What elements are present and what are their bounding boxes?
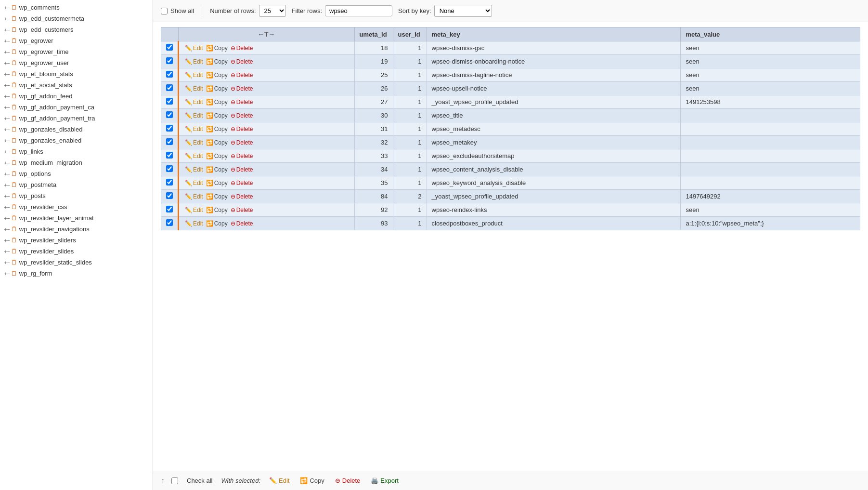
row-checkbox[interactable] — [166, 152, 173, 159]
action-cell: ✏️ Edit 🔁 Copy ⊖ Delete — [184, 193, 350, 200]
expand-icon: +− — [4, 226, 10, 232]
row-checkbox[interactable] — [166, 98, 173, 105]
sidebar-item[interactable]: +−🗒wp_et_bloom_stats — [0, 68, 153, 79]
row-actions-cell: ✏️ Edit 🔁 Copy ⊖ Delete — [179, 190, 355, 203]
delete-button[interactable]: ⊖ Delete — [230, 85, 254, 93]
edit-button[interactable]: ✏️ Edit — [184, 152, 204, 160]
sidebar-item[interactable]: +−🗒wp_links — [0, 146, 153, 157]
edit-button[interactable]: ✏️ Edit — [184, 125, 204, 133]
sidebar-item[interactable]: +−🗒wp_gf_addon_payment_ca — [0, 102, 153, 113]
scroll-up-icon[interactable]: ↑ — [161, 477, 165, 485]
row-checkbox[interactable] — [166, 192, 173, 199]
copy-button[interactable]: 🔁 Copy — [205, 166, 229, 173]
edit-button[interactable]: ✏️ Edit — [184, 85, 204, 93]
filter-rows-input[interactable] — [325, 5, 392, 16]
delete-button[interactable]: ⊖ Delete — [230, 112, 254, 119]
rows-select[interactable]: 25 50 100 250 500 — [259, 5, 286, 17]
sidebar-item[interactable]: +−🗒wp_revslider_navigations — [0, 224, 153, 235]
sidebar-item[interactable]: +−🗒wp_options — [0, 168, 153, 179]
edit-button[interactable]: ✏️ Edit — [184, 166, 204, 173]
show-all-checkbox[interactable] — [161, 8, 168, 14]
sidebar-item[interactable]: +−🗒wp_egrower_time — [0, 46, 153, 57]
sidebar-item[interactable]: +−🗒wp_comments — [0, 2, 153, 13]
copy-button[interactable]: 🔁 Copy — [205, 112, 229, 119]
sidebar-item[interactable]: +−🗒wp_egrower_user — [0, 57, 153, 68]
sidebar-item[interactable]: +−🗒wp_revslider_slides — [0, 246, 153, 257]
delete-button[interactable]: ⊖ Delete — [230, 98, 254, 106]
sidebar-item[interactable]: +−🗒wp_revslider_layer_animat — [0, 212, 153, 224]
edit-button[interactable]: ✏️ Edit — [184, 112, 204, 119]
sidebar-item[interactable]: +−🗒wp_rg_form — [0, 268, 153, 279]
row-checkbox[interactable] — [166, 165, 173, 172]
bulk-edit-button[interactable]: ✏️ Edit — [267, 476, 291, 485]
row-checkbox[interactable] — [166, 71, 173, 78]
sidebar-item[interactable]: +−🗒wp_gf_addon_payment_tra — [0, 113, 153, 124]
edit-button[interactable]: ✏️ Edit — [184, 71, 204, 79]
bulk-delete-button[interactable]: ⊖ Delete — [333, 476, 363, 485]
delete-button[interactable]: ⊖ Delete — [230, 206, 254, 214]
edit-button[interactable]: ✏️ Edit — [184, 98, 204, 106]
delete-button[interactable]: ⊖ Delete — [230, 193, 254, 200]
table-row: ✏️ Edit 🔁 Copy ⊖ Delete 32 1 wpseo_metak… — [161, 136, 860, 149]
sidebar-item[interactable]: +−🗒wp_postmeta — [0, 179, 153, 190]
edit-button[interactable]: ✏️ Edit — [184, 44, 204, 52]
delete-button[interactable]: ⊖ Delete — [230, 166, 254, 173]
sidebar-item[interactable]: +−🗒wp_gonzales_enabled — [0, 135, 153, 146]
bulk-copy-button[interactable]: 🔁 Copy — [298, 476, 326, 485]
delete-button[interactable]: ⊖ Delete — [230, 152, 254, 160]
edit-button[interactable]: ✏️ Edit — [184, 179, 204, 187]
bulk-export-button[interactable]: 🖨️ Export — [369, 476, 401, 485]
edit-button[interactable]: ✏️ Edit — [184, 206, 204, 214]
row-checkbox[interactable] — [166, 44, 173, 51]
table-icon: 🗒 — [11, 214, 17, 222]
sidebar-item[interactable]: +−🗒wp_edd_customermeta — [0, 13, 153, 24]
delete-button[interactable]: ⊖ Delete — [230, 179, 254, 187]
sidebar-item[interactable]: +−🗒wp_revslider_sliders — [0, 235, 153, 246]
delete-button[interactable]: ⊖ Delete — [230, 44, 254, 52]
copy-button[interactable]: 🔁 Copy — [205, 58, 229, 66]
row-checkbox[interactable] — [166, 111, 173, 118]
row-checkbox[interactable] — [166, 84, 173, 91]
sidebar-item[interactable]: +−🗒wp_gonzales_disabled — [0, 124, 153, 135]
copy-button[interactable]: 🔁 Copy — [205, 152, 229, 160]
delete-button[interactable]: ⊖ Delete — [230, 71, 254, 79]
sidebar-item[interactable]: +−🗒wp_egrower — [0, 35, 153, 46]
copy-button[interactable]: 🔁 Copy — [205, 85, 229, 93]
row-checkbox[interactable] — [166, 138, 173, 145]
sidebar-item[interactable]: +−🗒wp_medium_migration — [0, 157, 153, 168]
row-checkbox[interactable] — [166, 219, 173, 226]
copy-button[interactable]: 🔁 Copy — [205, 71, 229, 79]
row-checkbox[interactable] — [166, 57, 173, 64]
row-checkbox[interactable] — [166, 179, 173, 185]
sidebar-item[interactable]: +−🗒wp_et_social_stats — [0, 79, 153, 91]
delete-button[interactable]: ⊖ Delete — [230, 220, 254, 227]
umeta-id-cell: 26 — [354, 82, 393, 95]
sidebar-item[interactable]: +−🗒wp_posts — [0, 190, 153, 201]
copy-button[interactable]: 🔁 Copy — [205, 193, 229, 200]
copy-button[interactable]: 🔁 Copy — [205, 125, 229, 133]
copy-button[interactable]: 🔁 Copy — [205, 220, 229, 227]
sidebar-item-label: wp_egrower_user — [19, 59, 69, 66]
sidebar-item[interactable]: +−🗒wp_edd_customers — [0, 24, 153, 35]
row-checkbox[interactable] — [166, 206, 173, 212]
sidebar-item[interactable]: +−🗒wp_revslider_css — [0, 201, 153, 212]
edit-button[interactable]: ✏️ Edit — [184, 193, 204, 200]
copy-button[interactable]: 🔁 Copy — [205, 206, 229, 214]
sidebar-item[interactable]: +−🗒wp_gf_addon_feed — [0, 91, 153, 102]
edit-button[interactable]: ✏️ Edit — [184, 139, 204, 146]
copy-button[interactable]: 🔁 Copy — [205, 98, 229, 106]
check-all-checkbox[interactable] — [171, 477, 178, 484]
sidebar-item[interactable]: +−🗒wp_revslider_static_slides — [0, 257, 153, 268]
delete-button[interactable]: ⊖ Delete — [230, 58, 254, 66]
delete-button[interactable]: ⊖ Delete — [230, 139, 254, 146]
edit-button[interactable]: ✏️ Edit — [184, 58, 204, 66]
row-checkbox[interactable] — [166, 125, 173, 132]
copy-button[interactable]: 🔁 Copy — [205, 139, 229, 146]
copy-button[interactable]: 🔁 Copy — [205, 44, 229, 52]
delete-button[interactable]: ⊖ Delete — [230, 125, 254, 133]
check-all-button[interactable]: Check all — [185, 476, 214, 485]
sort-select[interactable]: None ASC DESC — [434, 5, 492, 17]
edit-button[interactable]: ✏️ Edit — [184, 220, 204, 227]
copy-button[interactable]: 🔁 Copy — [205, 179, 229, 187]
table-icon: 🗒 — [11, 126, 17, 133]
